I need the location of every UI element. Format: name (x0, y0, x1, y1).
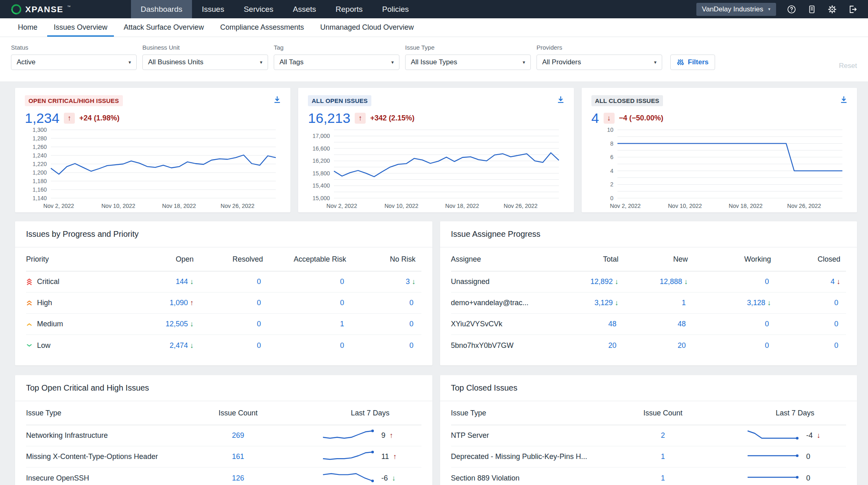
new-count-link[interactable]: 48 (678, 320, 686, 328)
tab-unmanaged-cloud-overview[interactable]: Unmanaged Cloud Overview (314, 18, 420, 37)
sparkline-chart (321, 472, 374, 485)
tab-home[interactable]: Home (11, 18, 44, 37)
open-count-link[interactable]: 12,505 (166, 320, 188, 328)
closed-count-link[interactable]: 4 (831, 277, 835, 286)
download-icon[interactable] (273, 95, 281, 105)
xpanse-logo-icon (11, 4, 22, 15)
tab-compliance-assessments[interactable]: Compliance Assessments (214, 18, 310, 37)
working-count-link[interactable]: 0 (765, 320, 769, 328)
download-icon[interactable] (556, 95, 565, 105)
status-select-value: Active (17, 58, 35, 66)
trend-arrow: ↓ (190, 277, 194, 286)
nav-dashboards[interactable]: Dashboards (131, 0, 192, 18)
issue-count-link[interactable]: 1 (661, 474, 665, 482)
providers-select[interactable]: All Providers ▾ (537, 55, 662, 70)
svg-text:1,220: 1,220 (33, 161, 47, 167)
nav-assets[interactable]: Assets (283, 0, 326, 18)
tab-attack-surface-overview[interactable]: Attack Surface Overview (117, 18, 210, 37)
total-count-link[interactable]: 20 (608, 341, 617, 350)
status-select[interactable]: Active ▾ (11, 55, 137, 70)
issue-type-select[interactable]: All Issue Types ▾ (405, 55, 531, 70)
total-count-link[interactable]: 12,892 (591, 277, 613, 286)
chevron-down-icon: ▾ (260, 59, 262, 65)
closed-count-link[interactable]: 0 (834, 341, 838, 350)
no-risk-count-link[interactable]: 3 (406, 277, 410, 286)
svg-text:Nov 26, 2022: Nov 26, 2022 (220, 203, 254, 209)
issue-count-link[interactable]: 1 (661, 452, 665, 461)
resolved-count-link[interactable]: 0 (257, 320, 261, 328)
working-count-link[interactable]: 3,128 (747, 299, 765, 307)
kpi-change: +24 (1.98%) (79, 114, 120, 122)
kpi-value[interactable]: 1,234 (25, 110, 59, 126)
download-icon[interactable] (840, 95, 848, 105)
new-count-link[interactable]: 20 (678, 341, 686, 350)
no-risk-count-link[interactable]: 0 (409, 299, 413, 307)
nav-reports[interactable]: Reports (326, 0, 373, 18)
issue-type-label: NTP Server (451, 431, 489, 440)
issue-count-link[interactable]: 269 (232, 431, 244, 439)
svg-text:10: 10 (607, 127, 613, 133)
closed-count-link[interactable]: 0 (834, 299, 838, 307)
tag-select[interactable]: All Tags ▾ (274, 55, 399, 70)
dashboard-content: OPEN CRITICAL/HIGH ISSUES 1,234 ↑ +24 (1… (0, 81, 868, 485)
table-row: Section 889 Violation 1 0 (451, 468, 846, 485)
no-risk-count-link[interactable]: 0 (409, 320, 413, 328)
acceptable-risk-count-link[interactable]: 0 (340, 341, 344, 350)
trend-arrow: ↑ (390, 431, 393, 440)
sparkline-chart (746, 472, 799, 485)
no-risk-count-link[interactable]: 0 (409, 341, 413, 350)
svg-text:1,260: 1,260 (33, 144, 47, 150)
resolved-count-link[interactable]: 0 (257, 299, 261, 307)
total-count-link[interactable]: 48 (608, 320, 617, 328)
open-count-link[interactable]: 144 (176, 277, 188, 286)
issue-count-link[interactable]: 161 (232, 452, 244, 461)
issue-count-link[interactable]: 126 (232, 474, 244, 482)
tab-issues-overview[interactable]: Issues Overview (47, 18, 114, 37)
priority-label: Critical (37, 277, 59, 286)
business-unit-filter-field: Business Unit All Business Units ▾ (142, 44, 268, 70)
org-selector[interactable]: VanDelay Industries ▾ (696, 3, 776, 16)
nav-services[interactable]: Services (234, 0, 283, 18)
card-title: Top Open Critical and High Issues (15, 375, 432, 401)
reset-button[interactable]: Reset (839, 62, 857, 70)
resolved-count-link[interactable]: 0 (257, 277, 261, 286)
svg-text:Nov 26, 2022: Nov 26, 2022 (787, 203, 821, 209)
issue-type-select-value: All Issue Types (411, 58, 457, 66)
col-no-risk: No Risk (352, 255, 421, 264)
business-unit-select[interactable]: All Business Units ▾ (142, 55, 268, 70)
col-issue-type: Issue Type (26, 409, 190, 417)
col-open: Open (130, 255, 199, 264)
resolved-count-link[interactable]: 0 (257, 341, 261, 350)
filters-button[interactable]: Filters (670, 55, 715, 70)
acceptable-risk-count-link[interactable]: 0 (340, 277, 344, 286)
settings-gear-icon[interactable] (827, 4, 837, 14)
kpi-value[interactable]: 16,213 (308, 110, 350, 126)
help-icon[interactable] (787, 4, 796, 14)
svg-text:8: 8 (610, 140, 613, 147)
card-title: Issue Assignee Progress (440, 221, 857, 247)
nav-issues[interactable]: Issues (192, 0, 234, 18)
tag-select-value: All Tags (279, 58, 303, 66)
new-count-link[interactable]: 12,888 (660, 277, 682, 286)
logout-icon[interactable] (848, 4, 857, 14)
acceptable-risk-count-link[interactable]: 0 (340, 299, 344, 307)
nav-policies[interactable]: Policies (373, 0, 419, 18)
tag-filter-field: Tag All Tags ▾ (274, 44, 399, 70)
total-count-link[interactable]: 3,129 (595, 299, 613, 307)
chevron-down-icon: ▾ (654, 59, 656, 65)
working-count-link[interactable]: 0 (765, 341, 769, 350)
nav-right-controls: VanDelay Industries ▾ (696, 0, 868, 18)
dashboard-tabs: Home Issues Overview Attack Surface Over… (0, 18, 868, 37)
new-count-link[interactable]: 1 (682, 299, 686, 307)
release-notes-icon[interactable] (807, 4, 817, 14)
open-count-link[interactable]: 1,090 (170, 299, 188, 307)
kpi-value[interactable]: 4 (591, 110, 599, 126)
kpi-open-critical-high: OPEN CRITICAL/HIGH ISSUES 1,234 ↑ +24 (1… (15, 88, 290, 212)
acceptable-risk-count-link[interactable]: 1 (340, 320, 344, 328)
closed-count-link[interactable]: 0 (834, 320, 838, 328)
issue-count-link[interactable]: 2 (661, 431, 665, 439)
brand-logo[interactable]: XPANSE ™ (0, 0, 71, 18)
open-count-link[interactable]: 2,474 (170, 341, 188, 350)
brand-name: XPANSE (25, 4, 63, 14)
working-count-link[interactable]: 0 (765, 277, 769, 286)
